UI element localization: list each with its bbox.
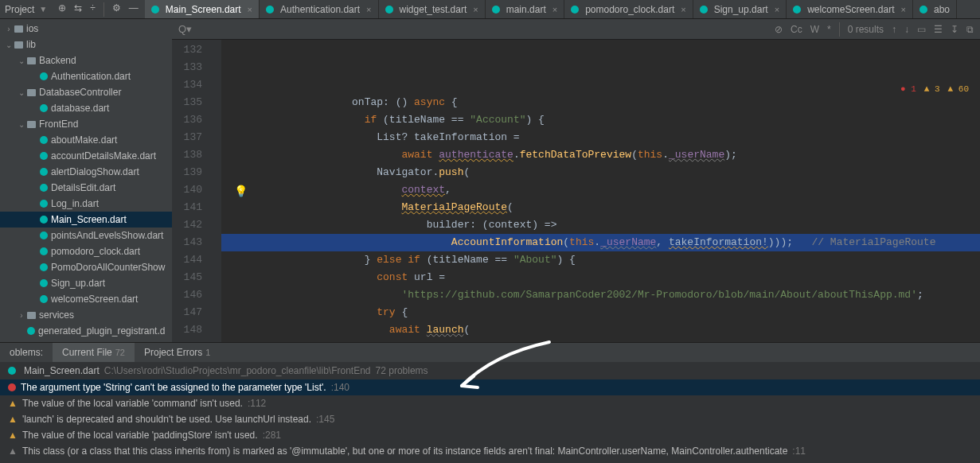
tree-folder[interactable]: ›ios	[0, 21, 172, 37]
words-toggle[interactable]: W	[810, 24, 819, 35]
code-line[interactable]: Navigator.push(	[221, 164, 980, 181]
tree-file[interactable]: alertDialogShow.dart	[0, 164, 172, 180]
code-line[interactable]: if (titleName == "Account") {	[221, 111, 980, 129]
editor-tab[interactable]: pomodoro_clock.dart×	[564, 0, 693, 19]
close-search-icon[interactable]: ⊘	[775, 24, 783, 35]
problem-row[interactable]: ▲The value of the local variable 'comman…	[0, 395, 980, 411]
add-selection-icon[interactable]: ⧉	[966, 24, 974, 35]
search-icon[interactable]: Q▾	[178, 23, 192, 35]
tree-folder[interactable]: ⌄FrontEnd	[0, 116, 172, 132]
close-icon[interactable]: ×	[677, 5, 685, 14]
tree-arrow-icon[interactable]: ⌄	[16, 88, 27, 97]
regex-toggle[interactable]: *	[827, 24, 831, 35]
code-line[interactable]: await authenticate.fetchDataToPreview(th…	[221, 146, 980, 164]
tree-arrow-icon[interactable]: ›	[16, 311, 27, 320]
code-area[interactable]: 💡 onTap: () async { if (titleName == "Ac…	[221, 40, 980, 342]
tree-file[interactable]: accountDetailsMake.dart	[0, 148, 172, 164]
more-options-icon[interactable]: ↧	[951, 24, 959, 35]
hide-icon[interactable]: —	[129, 2, 139, 17]
fold-marker[interactable]	[210, 146, 221, 164]
close-icon[interactable]: ×	[363, 5, 371, 14]
warning-badge-1[interactable]: ▲ 3	[924, 84, 940, 94]
tree-file[interactable]: pomodoro_clock.dart	[0, 243, 172, 259]
fold-marker[interactable]	[210, 304, 221, 321]
tree-folder[interactable]: ⌄lib	[0, 37, 172, 53]
fold-marker[interactable]	[210, 286, 221, 304]
problem-row[interactable]: ▲'launch' is deprecated and shouldn't be…	[0, 411, 980, 427]
tree-folder[interactable]: ⌄Backend	[0, 53, 172, 68]
fold-marker[interactable]	[210, 76, 221, 94]
intention-bulb-icon[interactable]: 💡	[234, 183, 248, 200]
problems-tab[interactable]: Project Errors 1	[135, 343, 220, 362]
project-tool-header[interactable]: Project ▼	[0, 4, 52, 15]
tree-file[interactable]: Log_in.dart	[0, 196, 172, 212]
close-icon[interactable]: ×	[898, 5, 906, 14]
problems-file-header[interactable]: Main_Screen.dart C:\Users\rodri\StudioPr…	[0, 362, 980, 379]
code-line[interactable]: 'https://github.com/SamarpanCoder2002/Mr…	[221, 286, 980, 304]
editor-tab[interactable]: Sign_up.dart×	[693, 0, 787, 19]
fold-marker[interactable]	[210, 234, 221, 251]
tree-file[interactable]: pointsAndLevelsShow.dart	[0, 228, 172, 243]
inspection-status[interactable]: ● 1 ▲ 3 ▲ 60	[900, 84, 969, 94]
tree-file[interactable]: DetailsEdit.dart	[0, 180, 172, 196]
filter-icon[interactable]: ☰	[934, 24, 943, 35]
editor-body[interactable]: 1321331341351361371381391401411421431441…	[172, 40, 980, 342]
fold-marker[interactable]	[210, 94, 221, 111]
code-line[interactable]: onTap: () async {	[221, 94, 980, 111]
close-icon[interactable]: ×	[244, 5, 252, 14]
code-line[interactable]: const url =	[221, 269, 980, 286]
tree-file[interactable]: Sign_up.dart	[0, 275, 172, 291]
code-line[interactable]: MaterialPageRoute(	[221, 199, 980, 216]
tree-arrow-icon[interactable]: ⌄	[16, 56, 27, 65]
code-line[interactable]: AccountInformation(this._userName, takeI…	[221, 234, 980, 251]
error-badge[interactable]: ● 1	[900, 84, 916, 94]
fold-marker[interactable]	[210, 269, 221, 286]
code-line[interactable]: builder: (context) =>	[221, 216, 980, 234]
close-icon[interactable]: ×	[771, 5, 779, 14]
fold-marker[interactable]	[210, 111, 221, 129]
fold-marker[interactable]	[210, 216, 221, 234]
tree-folder[interactable]: ›services	[0, 307, 172, 323]
match-case-toggle[interactable]: Cc	[791, 24, 802, 35]
tree-file[interactable]: aboutMake.dart	[0, 132, 172, 148]
tree-file[interactable]: generated_plugin_registrant.d	[0, 323, 172, 339]
tree-file[interactable]: Main_Screen.dart	[0, 212, 172, 228]
problems-list[interactable]: The argument type 'String' can't be assi…	[0, 379, 980, 463]
close-icon[interactable]: ×	[470, 5, 478, 14]
editor-tab[interactable]: welcomeScreen.dart×	[787, 0, 913, 19]
editor-tab[interactable]: abo	[913, 0, 957, 19]
problem-row[interactable]: ▲The value of the local variable 'paddin…	[0, 427, 980, 443]
prev-match-icon[interactable]: ↑	[892, 24, 896, 35]
code-line[interactable]: url,	[221, 339, 980, 342]
target-icon[interactable]: ⊕	[58, 2, 66, 17]
tree-arrow-icon[interactable]: ›	[3, 25, 14, 33]
tree-file[interactable]: database.dart	[0, 100, 172, 116]
code-line[interactable]: } else if (titleName == "About") {	[221, 251, 980, 269]
fold-marker[interactable]	[210, 41, 221, 59]
tree-file[interactable]: welcomeScreen.dart	[0, 291, 172, 307]
tree-folder[interactable]: ⌄DatabaseController	[0, 84, 172, 100]
tree-file[interactable]: Authentication.dart	[0, 68, 172, 84]
editor-tab[interactable]: main.dart×	[486, 0, 564, 19]
project-tree[interactable]: ›ios⌄lib⌄BackendAuthentication.dart⌄Data…	[0, 19, 172, 342]
fold-marker[interactable]	[210, 164, 221, 181]
fold-marker[interactable]	[210, 251, 221, 269]
collapse-all-icon[interactable]: ÷	[90, 2, 96, 17]
code-line[interactable]: context,	[221, 181, 980, 199]
tree-file[interactable]: PomoDoroAllCounterShow	[0, 259, 172, 275]
editor-tab[interactable]: Authentication.dart×	[260, 0, 379, 19]
search-input[interactable]	[198, 23, 357, 35]
tree-arrow-icon[interactable]: ⌄	[3, 41, 14, 49]
settings-icon[interactable]: ⚙	[112, 2, 121, 17]
fold-marker[interactable]	[210, 321, 221, 339]
code-line[interactable]: await launch(	[221, 321, 980, 339]
fold-marker[interactable]	[210, 199, 221, 216]
expand-all-icon[interactable]: ⇆	[74, 2, 82, 17]
editor-tab[interactable]: widget_test.dart×	[379, 0, 486, 19]
code-line[interactable]: List? takeInformation =	[221, 129, 980, 146]
problems-tab[interactable]: Current File 72	[53, 343, 135, 362]
problem-row[interactable]: The argument type 'String' can't be assi…	[0, 379, 980, 395]
fold-marker[interactable]	[210, 59, 221, 76]
code-line[interactable]: try {	[221, 304, 980, 321]
fold-marker[interactable]	[210, 181, 221, 199]
